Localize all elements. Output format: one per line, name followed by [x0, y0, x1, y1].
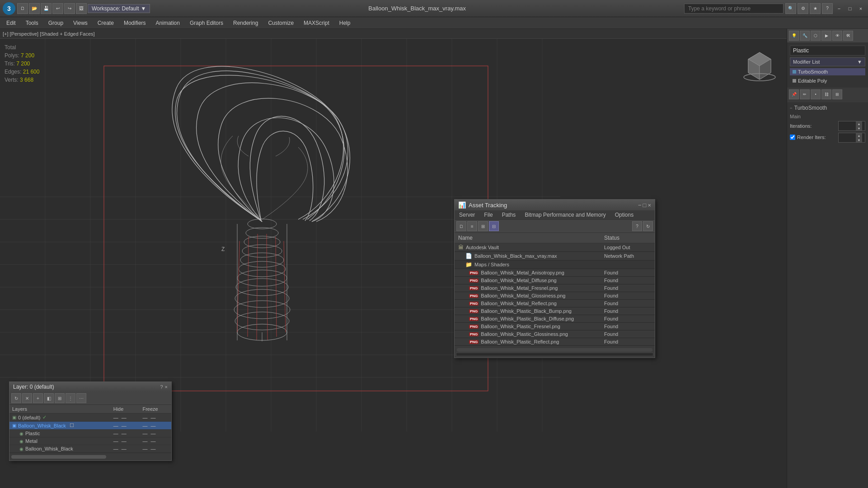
layer-help-button[interactable]: ?: [160, 384, 163, 390]
search-input[interactable]: [684, 4, 784, 14]
maximize-button[interactable]: □: [845, 4, 854, 13]
menu-animation[interactable]: Animation: [151, 19, 184, 27]
asset-row-anisotropy[interactable]: PNG Balloon_Whisk_Metal_Anisotropy.png F…: [455, 269, 655, 277]
layer-col-freeze: Freeze: [140, 405, 171, 414]
open-button[interactable]: 📂: [29, 3, 40, 14]
asset-menu-server[interactable]: Server: [455, 210, 479, 219]
layer-scrollbar[interactable]: [11, 455, 106, 459]
menu-maxscript[interactable]: MAXScript: [299, 19, 334, 27]
redo-button[interactable]: ↪: [64, 3, 75, 14]
undo-button[interactable]: ↩: [52, 3, 63, 14]
render-iters-down-arrow[interactable]: ▼: [856, 138, 862, 142]
rp-icon-bulb[interactable]: 💡: [789, 31, 799, 41]
asset-row-plastic-diffuse[interactable]: PNG Balloon_Whisk_Plastic_Black_Diffuse.…: [455, 315, 655, 323]
search-icon[interactable]: 🔍: [785, 3, 796, 14]
modifier-editable-poly[interactable]: Editable Poly: [790, 77, 865, 84]
asset-tb-table[interactable]: ⊟: [489, 221, 499, 231]
asset-menu-bitmap[interactable]: Bitmap Performance and Memory: [520, 210, 610, 219]
asset-menu-file[interactable]: File: [479, 210, 497, 219]
layer-collapse-button[interactable]: ◧: [44, 393, 54, 403]
menu-help[interactable]: Help: [335, 19, 355, 27]
menu-create[interactable]: Create: [93, 19, 118, 27]
save-button[interactable]: 💾: [41, 3, 52, 14]
menu-tools[interactable]: Tools: [21, 19, 43, 27]
close-button[interactable]: ×: [856, 4, 865, 13]
layer-expand-button[interactable]: ⊞: [55, 393, 65, 403]
layer-row-default[interactable]: ▣0 (default) ✓ — — — —: [9, 414, 171, 422]
asset-tb-3[interactable]: ⊞: [478, 221, 488, 231]
iterations-spinbox[interactable]: 0 ▲ ▼: [838, 121, 865, 131]
layer-close-button[interactable]: ×: [165, 384, 168, 390]
iterations-down-arrow[interactable]: ▼: [856, 126, 862, 130]
copy-icon[interactable]: ⊞: [832, 89, 842, 99]
rp-icon-hierarchy[interactable]: ⬡: [811, 31, 821, 41]
asset-row-plastic-reflect[interactable]: PNG Balloon_Whisk_Plastic_Reflect.png Fo…: [455, 338, 655, 346]
asset-minimize-button[interactable]: −: [638, 202, 642, 209]
viewport-canvas[interactable]: Z: [0, 39, 787, 488]
asset-row-plastic-bump[interactable]: PNG Balloon_Whisk_Plastic_Black_Bump.png…: [455, 307, 655, 315]
rp-icon-display[interactable]: 👁: [832, 31, 842, 41]
workspace-selector[interactable]: Workspace: Default ▼: [88, 4, 150, 13]
layer-refresh-button[interactable]: ↻: [11, 393, 21, 403]
bookmark-icon[interactable]: ★: [810, 3, 821, 14]
render-iters-checkbox[interactable]: [790, 135, 795, 140]
pin-icon[interactable]: 📌: [789, 89, 799, 99]
menu-modifiers[interactable]: Modifiers: [119, 19, 150, 27]
asset-tb-1[interactable]: 🗋: [456, 221, 466, 231]
layer-add-button[interactable]: +: [33, 393, 43, 403]
menu-views[interactable]: Views: [69, 19, 92, 27]
asset-tb-help[interactable]: ?: [632, 221, 642, 231]
asset-row-plastic-fresnel[interactable]: PNG Balloon_Whisk_Plastic_Fresnel.png Fo…: [455, 323, 655, 330]
chain-icon[interactable]: ⛓: [821, 89, 831, 99]
asset-menu-paths[interactable]: Paths: [497, 210, 521, 219]
asset-row-vault[interactable]: 🏛Autodesk Vault Logged Out: [455, 243, 655, 252]
asset-row-diffuse[interactable]: PNG Balloon_Whisk_Metal_Diffuse.png Foun…: [455, 277, 655, 284]
asset-maximize-button[interactable]: □: [643, 202, 647, 209]
layer-delete-button[interactable]: ✕: [22, 393, 32, 403]
iterations-up-arrow[interactable]: ▲: [856, 121, 862, 126]
layer-row-plastic[interactable]: ◉Plastic — — — —: [9, 430, 171, 437]
minimize-button[interactable]: −: [835, 4, 844, 13]
asset-row-fresnel[interactable]: PNG Balloon_Whisk_Metal_Fresnel.png Foun…: [455, 284, 655, 292]
layer-options-button[interactable]: ⋯: [76, 393, 86, 403]
modifier-list-dropdown[interactable]: Modifier List ▼: [790, 57, 865, 66]
rp-icon-modifier[interactable]: 🔧: [800, 31, 810, 41]
asset-row-reflect[interactable]: PNG Balloon_Whisk_Metal_Reflect.png Foun…: [455, 300, 655, 307]
menu-customize[interactable]: Customize: [263, 19, 298, 27]
help-icon[interactable]: ?: [822, 3, 833, 14]
modifier-turbosmooth[interactable]: TurboSmooth: [790, 68, 865, 75]
render-iters-input[interactable]: 2: [839, 135, 856, 141]
layer-merge-button[interactable]: ⋮: [66, 393, 75, 403]
asset-path-input[interactable]: [456, 353, 653, 356]
asset-tracking-header[interactable]: 📊 Asset Tracking − □ ×: [455, 200, 655, 210]
turbosmooth-collapse-button[interactable]: −: [790, 106, 793, 111]
asset-row-glossiness[interactable]: PNG Balloon_Whisk_Metal_Glossiness.png F…: [455, 292, 655, 300]
render-iters-up-arrow[interactable]: ▲: [856, 133, 862, 138]
layer-row-balloon-whisk-black[interactable]: ▣Balloon_Whisk_Black☐ — — — —: [9, 422, 171, 430]
rp-icon-utilities[interactable]: 🛠: [843, 31, 853, 41]
asset-row-plastic-glossiness[interactable]: PNG Balloon_Whisk_Plastic_Glossiness.png…: [455, 330, 655, 338]
menu-rendering[interactable]: Rendering: [229, 19, 263, 27]
rp-icon-motion[interactable]: ▶: [821, 31, 831, 41]
layer-row-metal[interactable]: ◉Metal — — — —: [9, 437, 171, 445]
settings-icon[interactable]: ⚙: [798, 3, 808, 14]
viewport[interactable]: [+] [Perspective] [Shaded + Edged Faces]: [0, 29, 787, 488]
new-button[interactable]: 🗋: [17, 3, 28, 14]
iterations-input[interactable]: 0: [839, 123, 856, 129]
asset-menu-options[interactable]: Options: [610, 210, 638, 219]
asset-close-button[interactable]: ×: [647, 202, 651, 209]
cube-navigation-icon[interactable]: [741, 48, 778, 84]
asset-tb-refresh[interactable]: ↻: [643, 221, 653, 231]
dot-icon[interactable]: •: [811, 89, 821, 99]
render-iters-spinbox[interactable]: 2 ▲ ▼: [838, 133, 865, 143]
edit-icon[interactable]: ✏: [800, 89, 810, 99]
menu-graph-editors[interactable]: Graph Editors: [185, 19, 228, 27]
layer-row-balloon-sub[interactable]: ◉Balloon_Whisk_Black — — — —: [9, 445, 171, 453]
menu-edit[interactable]: Edit: [2, 19, 20, 27]
layer-panel-header[interactable]: Layer: 0 (default) ? ×: [9, 382, 171, 392]
render-preview-button[interactable]: 🖼: [76, 3, 87, 14]
asset-tb-2[interactable]: ≡: [467, 221, 477, 231]
asset-horizontal-scrollbar[interactable]: [457, 348, 652, 352]
asset-row-max-file[interactable]: 📄Balloon_Whisk_Black_max_vray.max Networ…: [455, 252, 655, 260]
menu-group[interactable]: Group: [44, 19, 68, 27]
